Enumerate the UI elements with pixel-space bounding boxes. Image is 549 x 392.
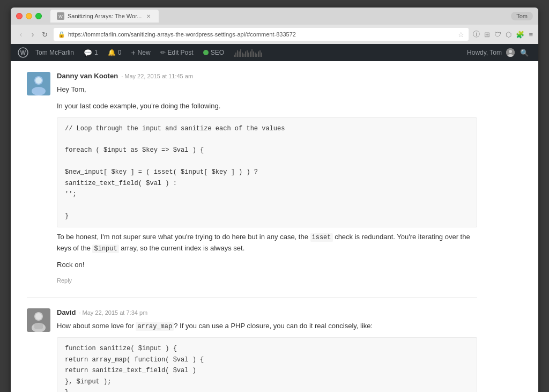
edit-post-label: Edit Post — [168, 49, 194, 56]
array-map-code: array_map — [136, 322, 174, 331]
forward-button[interactable]: › — [28, 29, 38, 39]
comment-2-date: · May 22, 2015 at 7:34 pm — [79, 309, 147, 316]
comments-item[interactable]: 💬 1 — [79, 44, 102, 61]
svg-point-7 — [32, 87, 46, 95]
input-code: $input — [92, 245, 118, 253]
comment-1: Danny van Kooten · May 22, 2015 at 11:45… — [27, 72, 477, 284]
comment-1-text: Hey Tom, In your last code example, you'… — [57, 84, 477, 271]
refresh-button[interactable]: ↻ — [40, 29, 49, 39]
svg-text:W: W — [20, 49, 26, 56]
search-wp-icon: 🔍 — [520, 49, 529, 57]
comment-icon: 💬 — [84, 49, 92, 57]
comment-1-para-4: Rock on! — [57, 260, 477, 271]
page-content: Danny van Kooten · May 22, 2015 at 11:45… — [11, 61, 538, 392]
address-bar[interactable]: 🔒 https://tommcfarlin.com/sanitizing-arr… — [54, 28, 469, 41]
browser-addressbar: ‹ › ↻ 🔒 https://tommcfarlin.com/sanitizi… — [11, 25, 538, 44]
svg-point-12 — [35, 313, 42, 320]
waveform-icon — [234, 48, 262, 57]
notification-count: 0 — [118, 49, 122, 56]
browser-tab[interactable]: W Sanitizing Arrays: The Wor... ✕ — [50, 10, 159, 23]
browser-toolbar-icons: ⓘ ⊞ 🛡 ⬡ 🧩 ≡ — [473, 29, 533, 39]
plus-icon: + — [131, 48, 135, 57]
comment-1-meta: Danny van Kooten · May 22, 2015 at 11:45… — [57, 72, 477, 80]
edit-post-item[interactable]: ✏ Edit Post — [156, 44, 198, 61]
seo-item[interactable]: SEO — [199, 44, 228, 61]
danny-avatar — [27, 72, 50, 95]
comment-1-para-2: In your last code example, you're doing … — [57, 101, 477, 112]
site-name-item[interactable]: Tom McFarlin — [31, 44, 78, 61]
new-content-item[interactable]: + New — [127, 44, 154, 61]
svg-rect-13 — [34, 323, 43, 329]
comments-count: 1 — [94, 49, 98, 56]
wp-adminbar: W Tom McFarlin 💬 1 🔔 0 + New ✏ Edit Post — [11, 44, 538, 61]
admin-avatar — [506, 48, 515, 57]
comment-2-author: David — [57, 308, 76, 316]
bookmark-star[interactable]: ☆ — [458, 31, 464, 39]
seo-status-dot — [203, 50, 209, 55]
comment-1-reply-link[interactable]: Reply — [57, 277, 72, 284]
bell-icon: 🔔 — [108, 49, 116, 56]
comment-1-date: · May 22, 2015 at 11:45 am — [121, 73, 193, 79]
notification-item[interactable]: 🔔 0 — [103, 44, 126, 61]
user-pill: Tom — [511, 12, 533, 20]
browser-window: W Sanitizing Arrays: The Wor... ✕ Tom ‹ … — [11, 8, 538, 392]
comment-2: David · May 22, 2015 at 7:34 pm How abou… — [27, 308, 477, 392]
comments-container: Danny van Kooten · May 22, 2015 at 11:45… — [11, 61, 493, 392]
back-button[interactable]: ‹ — [16, 29, 26, 39]
minimize-button[interactable] — [26, 13, 32, 19]
window-outer: W Sanitizing Arrays: The Wor... ✕ Tom ‹ … — [0, 0, 549, 392]
traffic-lights — [16, 13, 42, 19]
browser-titlebar: W Sanitizing Arrays: The Wor... ✕ Tom — [11, 8, 538, 25]
close-button[interactable] — [16, 13, 23, 19]
comment-1-code-1: // Loop through the input and sanitize e… — [57, 117, 477, 228]
comment-1-author: Danny van Kooten — [57, 72, 118, 80]
shield-icon[interactable]: 🛡 — [494, 31, 501, 39]
seo-label: SEO — [211, 49, 224, 56]
menu-icon[interactable]: ≡ — [529, 31, 533, 39]
maximize-button[interactable] — [35, 13, 42, 19]
comment-1-para-1: Hey Tom, — [57, 84, 477, 95]
nav-buttons: ‹ › ↻ — [16, 29, 49, 39]
tab-title: Sanitizing Arrays: The Wor... — [68, 13, 142, 19]
wp-logo[interactable]: W — [16, 46, 30, 60]
david-avatar — [27, 308, 50, 332]
howdy-label: Howdy, Tom — [467, 49, 502, 56]
search-wp-button[interactable]: 🔍 — [516, 44, 533, 61]
comment-2-meta: David · May 22, 2015 at 7:34 pm — [57, 308, 477, 316]
comment-1-para-3: To be honest, I'm not super sure what yo… — [57, 232, 477, 254]
isset-code: isset — [310, 233, 333, 242]
new-label: New — [138, 49, 151, 56]
comment-1-body: Danny van Kooten · May 22, 2015 at 11:45… — [57, 72, 477, 284]
plugin-icon[interactable]: 🧩 — [516, 31, 524, 39]
comment-divider — [27, 297, 477, 298]
waveform-item[interactable] — [229, 44, 266, 61]
tab-favicon: W — [57, 12, 64, 20]
svg-point-8 — [35, 77, 42, 84]
site-name-label: Tom McFarlin — [35, 49, 74, 56]
comment-2-code-block: function sanitize( $input ) { return arr… — [57, 337, 477, 392]
layers-icon[interactable]: ⊞ — [484, 31, 490, 39]
comment-2-text: How about some love for array_map? If yo… — [57, 321, 477, 392]
comment-2-body: David · May 22, 2015 at 7:34 pm How abou… — [57, 308, 477, 392]
svg-point-3 — [509, 50, 512, 53]
comment-2-para-1: How about some love for array_map? If yo… — [57, 321, 477, 332]
puzzle-icon[interactable]: ⬡ — [506, 31, 511, 39]
info-icon[interactable]: ⓘ — [473, 29, 480, 39]
pencil-icon: ✏ — [160, 49, 166, 56]
ssl-icon: 🔒 — [58, 31, 65, 38]
url-text: https://tommcfarlin.com/sanitizing-array… — [68, 31, 296, 38]
howdy-section[interactable]: Howdy, Tom — [467, 48, 515, 57]
tab-close-button[interactable]: ✕ — [145, 12, 152, 20]
